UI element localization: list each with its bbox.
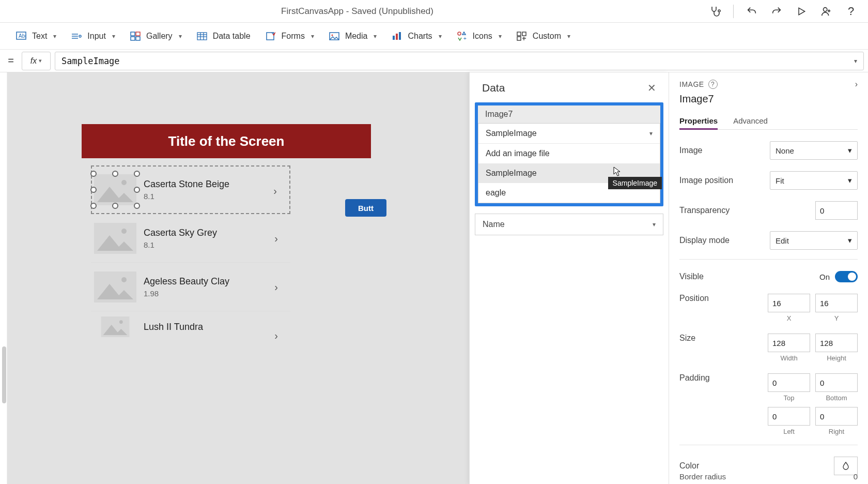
datatable-icon: [196, 31, 208, 42]
formula-expand-icon[interactable]: [854, 57, 857, 65]
formula-input[interactable]: SampleImage: [55, 52, 864, 70]
ribbon-media[interactable]: Media: [329, 31, 377, 42]
prop-disp-select[interactable]: Edit: [770, 231, 858, 250]
chevron-right-icon[interactable]: ›: [274, 330, 278, 342]
prop-size-label: Size: [679, 334, 695, 343]
gallery-item-title: Caserta Sky Grey: [144, 228, 217, 238]
gallery-item[interactable]: Caserta Stone Beige 8.1 ›: [91, 165, 290, 214]
prop-pos-x[interactable]: [768, 294, 810, 312]
svg-point-0: [718, 10, 720, 12]
prop-image-label: Image: [679, 146, 702, 155]
data-pane-title: Data: [482, 82, 505, 94]
prop-pos-y[interactable]: [815, 294, 858, 312]
app-title: FirstCanvasApp - Saved (Unpublished): [6, 6, 708, 17]
chevron-right-icon[interactable]: ›: [273, 185, 277, 197]
media-icon: [329, 31, 340, 42]
ribbon-icons[interactable]: + Icons: [456, 31, 502, 42]
chevron-right-icon[interactable]: ›: [855, 80, 858, 89]
ribbon-forms[interactable]: Forms: [265, 31, 314, 42]
gallery-item-subtitle: 8.1: [144, 240, 217, 249]
dropdown-option[interactable]: SampleImage SampleImage: [478, 163, 660, 183]
prop-trans-input[interactable]: [815, 201, 858, 220]
ribbon-text[interactable]: Abc Text: [16, 31, 56, 42]
prop-imgpos-select[interactable]: Fit: [770, 171, 858, 190]
control-name: Image7: [679, 93, 858, 105]
chevron-right-icon[interactable]: ›: [274, 233, 278, 245]
dropdown-option[interactable]: eagle: [478, 183, 660, 203]
gallery-item-subtitle: 1.98: [144, 289, 229, 298]
sublabel-right: Right: [815, 428, 858, 435]
prop-imgpos-value: Fit: [776, 176, 784, 185]
left-rail: [0, 72, 7, 484]
ribbon-media-label: Media: [345, 32, 368, 41]
formula-text: SampleImage: [61, 56, 120, 66]
prop-pad-top[interactable]: [768, 373, 810, 392]
gallery-item[interactable]: Ageless Beauty Clay 1.98 ›: [91, 263, 290, 311]
prop-visible-label: Visible: [679, 272, 704, 281]
svg-rect-12: [136, 37, 140, 40]
prop-pad-right[interactable]: [815, 407, 858, 426]
sublabel-bottom: Bottom: [815, 394, 858, 402]
stethoscope-icon[interactable]: [708, 5, 722, 18]
close-icon[interactable]: ✕: [647, 82, 656, 94]
dropdown-option[interactable]: Add an image file: [478, 144, 660, 163]
prop-pad-left[interactable]: [768, 407, 810, 426]
canvas[interactable]: Title of the Screen Butt: [7, 72, 469, 484]
svg-point-2: [824, 7, 827, 11]
ribbon-text-label: Text: [32, 32, 47, 41]
left-scrollbar[interactable]: [2, 346, 6, 403]
prop-radius-value: 0: [854, 472, 858, 481]
chevron-down-icon: [649, 130, 653, 137]
dropdown-option-label: SampleImage: [486, 169, 537, 177]
ribbon-custom[interactable]: Custom: [516, 31, 570, 42]
prop-disp-label: Display mode: [679, 236, 730, 245]
prop-pad-bottom[interactable]: [815, 373, 858, 392]
help-icon[interactable]: ?: [708, 80, 718, 89]
play-icon[interactable]: [795, 5, 808, 18]
undo-icon[interactable]: [745, 5, 758, 18]
prop-padding-label: Padding: [679, 373, 710, 383]
image-placeholder-icon[interactable]: [94, 174, 136, 205]
svg-point-34: [121, 229, 127, 234]
ribbon-charts[interactable]: Charts: [391, 31, 441, 42]
svg-text:Abc: Abc: [19, 33, 26, 39]
image-placeholder-icon: [94, 316, 136, 337]
svg-rect-26: [517, 32, 521, 36]
prop-size-h[interactable]: [815, 334, 858, 352]
chevron-right-icon[interactable]: ›: [274, 281, 278, 293]
prop-radius-label: Border radius: [679, 472, 726, 481]
toggle-label: On: [819, 273, 830, 281]
help-icon[interactable]: ?: [844, 5, 858, 18]
svg-rect-22: [396, 34, 398, 40]
icons-icon: +: [456, 31, 468, 42]
titlebar: FirstCanvasApp - Saved (Unpublished) ?: [0, 0, 868, 23]
prop-visible-toggle[interactable]: On: [819, 271, 858, 282]
gallery-item[interactable]: Caserta Sky Grey 8.1 ›: [91, 214, 290, 263]
svg-point-7: [79, 35, 81, 37]
svg-rect-21: [393, 36, 395, 40]
properties-pane: IMAGE ? › Image7 Properties Advanced Ima…: [669, 72, 868, 484]
ribbon-gallery[interactable]: Gallery: [130, 31, 182, 42]
gallery-item[interactable]: Lush II Tundra ›: [91, 311, 290, 342]
prop-position-label: Position: [679, 294, 709, 303]
redo-icon[interactable]: [770, 5, 783, 18]
ribbon-charts-label: Charts: [408, 32, 432, 41]
tab-properties[interactable]: Properties: [679, 112, 718, 129]
dropdown-selected: SampleImage: [486, 129, 537, 138]
name-dropdown-label: Name: [483, 220, 505, 229]
text-icon: Abc: [16, 31, 27, 42]
ribbon-input[interactable]: Input: [71, 31, 115, 42]
user-icon[interactable]: [819, 5, 833, 18]
name-dropdown[interactable]: Name: [475, 214, 663, 235]
prop-size-w[interactable]: [768, 334, 810, 352]
svg-point-24: [458, 32, 461, 35]
forms-icon: [265, 31, 276, 42]
ribbon-gallery-label: Gallery: [146, 32, 173, 41]
ribbon-icons-label: Icons: [473, 32, 492, 41]
ribbon-datatable[interactable]: Data table: [196, 31, 251, 42]
prop-image-select[interactable]: None: [770, 141, 858, 160]
fx-button[interactable]: fx: [22, 52, 51, 70]
image-dropdown[interactable]: SampleImage Add an image file SampleImag…: [478, 123, 660, 203]
tab-advanced[interactable]: Advanced: [733, 112, 768, 129]
input-icon: [71, 31, 82, 42]
